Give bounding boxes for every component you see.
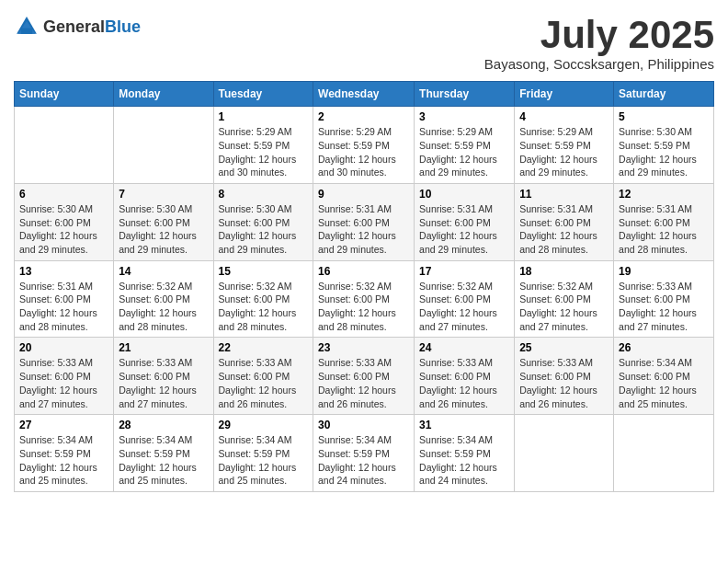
day-cell: 1Sunrise: 5:29 AMSunset: 5:59 PMDaylight…: [213, 107, 313, 184]
day-info: Sunrise: 5:34 AMSunset: 5:59 PMDaylight:…: [419, 433, 509, 488]
day-cell: 31Sunrise: 5:34 AMSunset: 5:59 PMDayligh…: [415, 415, 515, 492]
day-cell: 5Sunrise: 5:30 AMSunset: 5:59 PMDaylight…: [614, 107, 714, 184]
day-number: 10: [419, 188, 509, 201]
day-cell: 9Sunrise: 5:31 AMSunset: 6:00 PMDaylight…: [313, 183, 415, 260]
day-info: Sunrise: 5:33 AMSunset: 6:00 PMDaylight:…: [119, 356, 208, 410]
day-cell: 27Sunrise: 5:34 AMSunset: 5:59 PMDayligh…: [15, 415, 114, 492]
day-info: Sunrise: 5:29 AMSunset: 5:59 PMDaylight:…: [419, 125, 509, 179]
day-number: 27: [19, 419, 108, 431]
day-cell: 22Sunrise: 5:33 AMSunset: 6:00 PMDayligh…: [213, 338, 313, 415]
day-header-thursday: Thursday: [415, 82, 515, 107]
day-number: 31: [419, 419, 509, 431]
day-cell: 29Sunrise: 5:34 AMSunset: 5:59 PMDayligh…: [213, 415, 313, 492]
day-cell: 6Sunrise: 5:30 AMSunset: 6:00 PMDaylight…: [15, 183, 114, 260]
day-cell: 8Sunrise: 5:30 AMSunset: 6:00 PMDaylight…: [213, 183, 313, 260]
week-row-1: 1Sunrise: 5:29 AMSunset: 5:59 PMDaylight…: [15, 107, 714, 184]
day-cell: 21Sunrise: 5:33 AMSunset: 6:00 PMDayligh…: [114, 338, 213, 415]
day-number: 4: [519, 110, 609, 123]
day-cell: 16Sunrise: 5:32 AMSunset: 6:00 PMDayligh…: [313, 260, 415, 338]
day-number: 15: [219, 265, 309, 278]
day-number: 24: [419, 341, 509, 354]
day-cell: [114, 107, 213, 184]
day-number: 11: [519, 188, 609, 201]
day-info: Sunrise: 5:34 AMSunset: 5:59 PMDaylight:…: [219, 433, 309, 488]
day-info: Sunrise: 5:32 AMSunset: 6:00 PMDaylight:…: [318, 280, 409, 334]
day-number: 29: [219, 419, 309, 431]
day-info: Sunrise: 5:31 AMSunset: 6:00 PMDaylight:…: [519, 202, 609, 257]
day-info: Sunrise: 5:30 AMSunset: 5:59 PMDaylight:…: [619, 125, 709, 179]
week-row-4: 20Sunrise: 5:33 AMSunset: 6:00 PMDayligh…: [15, 338, 714, 415]
day-number: 22: [219, 341, 309, 354]
day-header-sunday: Sunday: [15, 82, 114, 107]
day-cell: 7Sunrise: 5:30 AMSunset: 6:00 PMDaylight…: [114, 183, 213, 260]
day-info: Sunrise: 5:30 AMSunset: 6:00 PMDaylight:…: [219, 202, 309, 257]
day-cell: [515, 415, 614, 492]
calendar-header-row: SundayMondayTuesdayWednesdayThursdayFrid…: [15, 82, 714, 107]
day-info: Sunrise: 5:32 AMSunset: 6:00 PMDaylight:…: [419, 280, 509, 334]
logo: GeneralBlue: [14, 14, 141, 40]
day-info: Sunrise: 5:34 AMSunset: 5:59 PMDaylight:…: [19, 433, 108, 488]
day-cell: 12Sunrise: 5:31 AMSunset: 6:00 PMDayligh…: [614, 183, 714, 260]
day-number: 3: [419, 110, 509, 123]
day-cell: 30Sunrise: 5:34 AMSunset: 5:59 PMDayligh…: [313, 415, 415, 492]
day-number: 14: [119, 265, 208, 278]
day-number: 28: [119, 419, 208, 431]
day-info: Sunrise: 5:31 AMSunset: 6:00 PMDaylight:…: [619, 202, 709, 257]
logo-general: General: [43, 17, 105, 36]
day-number: 17: [419, 265, 509, 278]
day-info: Sunrise: 5:32 AMSunset: 6:00 PMDaylight:…: [219, 280, 309, 334]
day-cell: 18Sunrise: 5:32 AMSunset: 6:00 PMDayligh…: [515, 260, 614, 338]
day-cell: 4Sunrise: 5:29 AMSunset: 5:59 PMDaylight…: [515, 107, 614, 184]
logo-text: GeneralBlue: [43, 17, 141, 37]
day-header-tuesday: Tuesday: [213, 82, 313, 107]
day-cell: 13Sunrise: 5:31 AMSunset: 6:00 PMDayligh…: [15, 260, 114, 338]
day-number: 13: [19, 265, 108, 278]
week-row-3: 13Sunrise: 5:31 AMSunset: 6:00 PMDayligh…: [15, 260, 714, 338]
day-number: 16: [318, 265, 409, 278]
day-info: Sunrise: 5:33 AMSunset: 6:00 PMDaylight:…: [318, 356, 409, 410]
month-title: July 2025: [484, 14, 714, 56]
svg-rect-2: [21, 29, 32, 34]
day-cell: 11Sunrise: 5:31 AMSunset: 6:00 PMDayligh…: [515, 183, 614, 260]
day-info: Sunrise: 5:29 AMSunset: 5:59 PMDaylight:…: [219, 125, 309, 179]
day-header-monday: Monday: [114, 82, 213, 107]
day-info: Sunrise: 5:34 AMSunset: 6:00 PMDaylight:…: [619, 356, 709, 410]
logo-icon: [14, 14, 40, 40]
day-header-wednesday: Wednesday: [313, 82, 415, 107]
day-number: 20: [19, 341, 108, 354]
day-number: 12: [619, 188, 709, 201]
day-cell: 19Sunrise: 5:33 AMSunset: 6:00 PMDayligh…: [614, 260, 714, 338]
day-number: 2: [318, 110, 409, 123]
day-cell: 24Sunrise: 5:33 AMSunset: 6:00 PMDayligh…: [415, 338, 515, 415]
day-number: 23: [318, 341, 409, 354]
day-header-saturday: Saturday: [614, 82, 714, 107]
week-row-5: 27Sunrise: 5:34 AMSunset: 5:59 PMDayligh…: [15, 415, 714, 492]
day-number: 7: [119, 188, 208, 201]
title-block: July 2025 Bayasong, Soccsksargen, Philip…: [484, 14, 714, 72]
day-info: Sunrise: 5:33 AMSunset: 6:00 PMDaylight:…: [619, 280, 709, 334]
day-info: Sunrise: 5:30 AMSunset: 6:00 PMDaylight:…: [119, 202, 208, 257]
calendar-table: SundayMondayTuesdayWednesdayThursdayFrid…: [14, 81, 714, 492]
day-info: Sunrise: 5:29 AMSunset: 5:59 PMDaylight:…: [318, 125, 409, 179]
day-cell: 26Sunrise: 5:34 AMSunset: 6:00 PMDayligh…: [614, 338, 714, 415]
day-cell: [614, 415, 714, 492]
day-cell: 14Sunrise: 5:32 AMSunset: 6:00 PMDayligh…: [114, 260, 213, 338]
day-number: 6: [19, 188, 108, 201]
day-cell: 23Sunrise: 5:33 AMSunset: 6:00 PMDayligh…: [313, 338, 415, 415]
day-cell: [15, 107, 114, 184]
day-number: 19: [619, 265, 709, 278]
day-number: 25: [519, 341, 609, 354]
day-info: Sunrise: 5:33 AMSunset: 6:00 PMDaylight:…: [19, 356, 108, 410]
day-info: Sunrise: 5:34 AMSunset: 5:59 PMDaylight:…: [318, 433, 409, 488]
page-header: GeneralBlue July 2025 Bayasong, Soccsksa…: [14, 14, 714, 72]
day-number: 8: [219, 188, 309, 201]
day-cell: 3Sunrise: 5:29 AMSunset: 5:59 PMDaylight…: [415, 107, 515, 184]
day-number: 1: [219, 110, 309, 123]
day-number: 18: [519, 265, 609, 278]
day-info: Sunrise: 5:31 AMSunset: 6:00 PMDaylight:…: [419, 202, 509, 257]
day-info: Sunrise: 5:34 AMSunset: 5:59 PMDaylight:…: [119, 433, 208, 488]
day-cell: 15Sunrise: 5:32 AMSunset: 6:00 PMDayligh…: [213, 260, 313, 338]
day-info: Sunrise: 5:33 AMSunset: 6:00 PMDaylight:…: [419, 356, 509, 410]
day-number: 26: [619, 341, 709, 354]
day-cell: 28Sunrise: 5:34 AMSunset: 5:59 PMDayligh…: [114, 415, 213, 492]
